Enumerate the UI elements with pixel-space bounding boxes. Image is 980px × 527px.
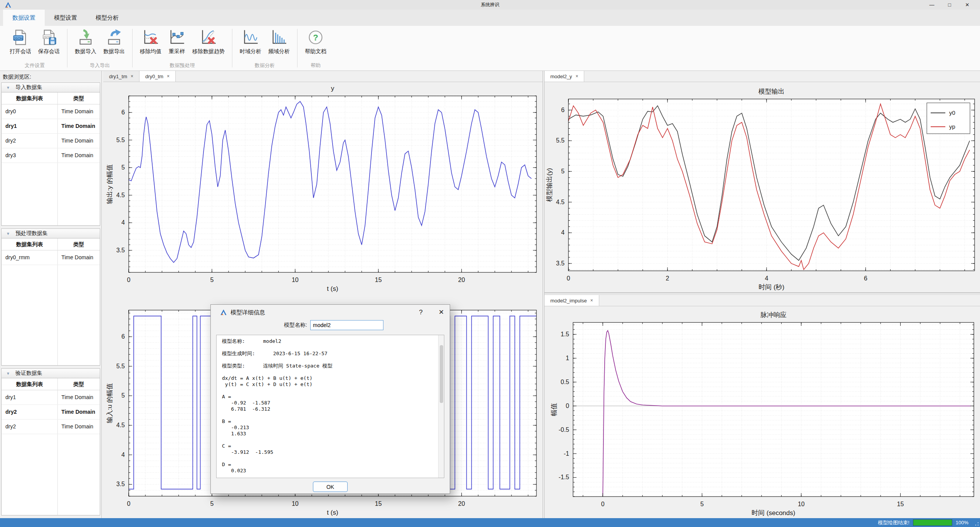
dialog-titlebar: 模型详细信息 ? ✕ [211, 305, 450, 320]
svg-text:模型输出(y): 模型输出(y) [546, 168, 553, 202]
dataset-row[interactable]: dry0Time Domain [2, 104, 100, 119]
svg-text:20: 20 [458, 277, 465, 283]
app-logo-icon [5, 2, 12, 8]
dataset-row[interactable]: dry3Time Domain [2, 148, 100, 163]
sidebar-title: 数据浏览区: [1, 71, 100, 82]
close-tab-icon[interactable]: × [575, 74, 578, 79]
plot-output-y: 051015203.544.555.56yt (s)输出:y 的幅值 [103, 82, 543, 295]
close-tab-icon[interactable]: × [590, 298, 593, 303]
svg-text:5.5: 5.5 [116, 137, 125, 143]
tab-dry1_tm[interactable]: dry1_tm× [103, 71, 140, 82]
dataset-row[interactable]: dry2Time Domain [2, 420, 100, 434]
table-header: 数据集列表类型 [2, 92, 100, 104]
table-header: 数据集列表类型 [2, 378, 100, 390]
toolbar-group: 时域分析 频域分析 数据分析 [232, 26, 297, 70]
dialog-scrollbar[interactable] [438, 335, 444, 478]
section-validation-datasets: ▼验证数据集 数据集列表类型 dry1Time Domaindry2Time D… [1, 368, 100, 515]
remove-trend-button[interactable]: 移除数据趋势 [189, 27, 228, 55]
svg-text:1: 1 [566, 355, 569, 361]
toolbar-group: 移除均值 重采样 移除数据趋势 数据预处理 [133, 26, 232, 70]
tab-dry0_tm[interactable]: dry0_tm× [140, 71, 176, 82]
open-session-icon: JSON [12, 29, 29, 46]
svg-text:5: 5 [210, 277, 213, 283]
close-button[interactable]: ✕ [958, 2, 976, 8]
help-doc-icon: ? [307, 29, 324, 46]
freq-domain-button[interactable]: 频域分析 [265, 27, 293, 55]
open-session-button[interactable]: JSON 打开会话 [6, 27, 35, 55]
toolbar-group: ? 帮助文档 帮助 [298, 26, 334, 70]
collapse-arrow-icon: ▼ [6, 232, 10, 236]
dialog-logo-icon [220, 309, 227, 316]
svg-text:-1.5: -1.5 [558, 474, 569, 480]
svg-text:-0.5: -0.5 [558, 426, 569, 433]
svg-text:3.5: 3.5 [116, 247, 125, 253]
dataset-row[interactable]: dry1Time Domain [2, 390, 100, 405]
section-header-imported-datasets[interactable]: ▼导入数据集 [1, 82, 100, 92]
toolbar-group-label: 导入导出 [71, 60, 128, 70]
dataset-row[interactable]: dry2Time Domain [2, 134, 100, 148]
splitter-horizontal[interactable] [545, 292, 980, 295]
resample-button[interactable]: 重采样 [165, 27, 189, 55]
section-header-validation-datasets[interactable]: ▼验证数据集 [1, 368, 100, 378]
freq-domain-icon [271, 29, 287, 46]
svg-text:y: y [331, 85, 335, 92]
svg-text:6: 6 [121, 109, 125, 116]
svg-text:5: 5 [121, 392, 125, 399]
minimize-button[interactable]: — [923, 2, 941, 8]
model-name-input[interactable] [310, 320, 383, 330]
svg-text:20: 20 [458, 500, 465, 507]
progress-percent: 100% [956, 520, 968, 525]
save-session-button[interactable]: JSON 保存会话 [35, 27, 63, 55]
status-bar: 模型绘图结束! 100% [0, 518, 980, 527]
ribbon-tab-data-settings[interactable]: 数据设置 [3, 10, 45, 26]
tab-model2_y[interactable]: model2_y× [545, 71, 584, 82]
dataset-row[interactable]: dry2Time Domain [2, 405, 100, 420]
remove-trend-icon [200, 29, 217, 46]
time-domain-button[interactable]: 时域分析 [236, 27, 265, 55]
dialog-help-button[interactable]: ? [412, 305, 429, 320]
dialog-close-button[interactable]: ✕ [433, 305, 450, 320]
svg-text:2: 2 [666, 275, 669, 282]
progress-bar [913, 519, 952, 526]
app-window: 系统辨识 — □ ✕ 数据设置模型设置模型分析 JSON 打开会话 JSON 保… [0, 0, 980, 527]
svg-text:4.5: 4.5 [556, 199, 565, 205]
svg-text:10: 10 [798, 501, 805, 507]
maximize-button[interactable]: □ [941, 2, 958, 8]
svg-text:3.5: 3.5 [116, 481, 125, 487]
svg-text:1.5: 1.5 [561, 331, 569, 337]
remove-mean-button[interactable]: 移除均值 [136, 27, 165, 55]
svg-text:?: ? [313, 33, 318, 42]
tab-model2_impulse[interactable]: model2_impulse× [545, 295, 599, 306]
svg-text:脉冲响应: 脉冲响应 [760, 311, 787, 319]
toolbar-group: JSON 打开会话 JSON 保存会话 文件设置 [2, 26, 67, 70]
svg-text:6: 6 [561, 107, 565, 113]
ok-button[interactable]: OK [313, 482, 348, 492]
svg-text:5: 5 [210, 500, 213, 507]
titlebar: 系统辨识 — □ ✕ [0, 0, 980, 10]
save-session-icon: JSON [40, 29, 57, 46]
data-export-button[interactable]: 数据导出 [100, 27, 128, 55]
svg-text:yp: yp [949, 123, 955, 130]
plot-model-output: 02463.544.555.56模型输出时间 (秒)模型输出(y)y0yp [545, 82, 980, 292]
svg-text:5.5: 5.5 [116, 363, 125, 369]
dataset-row[interactable]: dry1Time Domain [2, 119, 100, 134]
dialog-scrollbar-thumb[interactable] [440, 345, 443, 403]
close-tab-icon[interactable]: × [131, 74, 133, 79]
dataset-row[interactable]: dry0_rmmTime Domain [2, 250, 100, 265]
data-import-button[interactable]: 数据导入 [71, 27, 100, 55]
ribbon-tab-model-settings[interactable]: 模型设置 [45, 10, 86, 26]
svg-text:4.5: 4.5 [116, 192, 125, 198]
resize-grip[interactable] [975, 522, 979, 526]
help-doc-button[interactable]: ? 帮助文档 [301, 27, 330, 55]
model-info-textarea: 模型名称: model2 模型生成时间: 2023-6-15 16-22-57 … [216, 335, 444, 478]
svg-text:0: 0 [127, 277, 131, 283]
toolbar-group: 数据导入 数据导出 导入导出 [67, 26, 132, 70]
dialog-title: 模型详细信息 [230, 309, 265, 316]
section-header-preprocessed-datasets[interactable]: ▼预处理数据集 [1, 228, 100, 238]
toolbar-group-label: 文件设置 [6, 60, 63, 70]
resample-icon [168, 29, 185, 46]
ribbon-tab-model-analysis[interactable]: 模型分析 [86, 10, 128, 26]
close-tab-icon[interactable]: × [167, 74, 170, 79]
svg-text:5: 5 [561, 168, 565, 175]
svg-text:输出:y 的幅值: 输出:y 的幅值 [106, 164, 113, 204]
